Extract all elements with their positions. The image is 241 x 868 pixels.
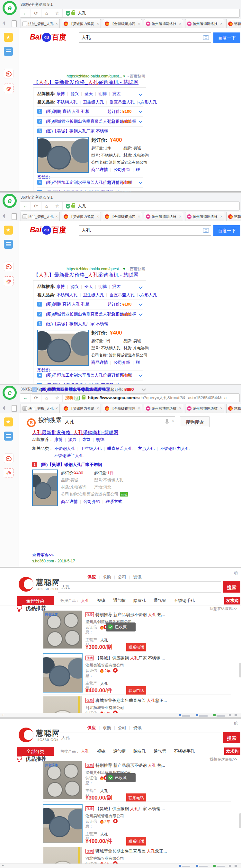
close-icon[interactable]: × bbox=[97, 214, 99, 219]
close-icon[interactable]: × bbox=[56, 22, 58, 26]
chevron-down-icon[interactable] bbox=[139, 383, 143, 384]
result-title-link[interactable]: 【人孔】最新批发价格_人孔采购商机 - 慧聪网 bbox=[33, 272, 139, 279]
scrollbar[interactable] bbox=[239, 813, 241, 828]
category-link[interactable]: 垂直吊盖人孔 bbox=[104, 100, 134, 104]
baidu-search-button[interactable]: 百度一下 bbox=[213, 32, 240, 43]
tab-collapse-icon[interactable]: ‹| bbox=[3, 21, 5, 25]
result-title-link[interactable]: 【人孔】最新批发价格_人孔采购商机 - 慧聪网 bbox=[33, 79, 139, 86]
browser-tab[interactable]: 法兰_管板_人孔 × bbox=[21, 404, 60, 413]
reading-list-icon[interactable] bbox=[4, 240, 13, 249]
status-chip[interactable] bbox=[229, 865, 231, 867]
brand-link[interactable]: 源兴 bbox=[65, 91, 79, 96]
favorites-star-icon[interactable]: ★ bbox=[4, 226, 13, 235]
result-title-link[interactable]: 人孔最新批发价格_人孔采购商机-慧聪网 bbox=[32, 430, 118, 436]
chevron-down-icon[interactable]: ▾ bbox=[123, 74, 125, 79]
browser-tab[interactable]: 法兰_管板_人孔 × bbox=[21, 19, 60, 28]
main-products-value[interactable]: 人孔 bbox=[100, 638, 108, 643]
chevron-down-icon[interactable] bbox=[139, 92, 143, 96]
browser-tab[interactable]: 法兰_管板_人孔 × bbox=[21, 212, 60, 221]
search-input[interactable] bbox=[79, 32, 211, 43]
result-row-link[interactable]: (图)压力容器法兰人孔Q345R锅炉 bbox=[41, 387, 103, 392]
address-bar[interactable]: ← ⟳ ⌂ ☆ 人孔 bbox=[20, 202, 240, 211]
address-bar[interactable]: ← ⟳ ⌂ ☆ 人孔 bbox=[20, 9, 240, 18]
sogou-search-button[interactable]: 搜狗搜索 bbox=[180, 416, 210, 427]
weibo-icon[interactable] bbox=[4, 69, 13, 79]
category-link[interactable]: 卫生级人孔 bbox=[75, 446, 101, 451]
detail-link[interactable]: 商品详情 bbox=[91, 360, 108, 365]
baidu-search-button[interactable]: 百度一下 bbox=[213, 225, 240, 236]
brand-link[interactable]: 明德 bbox=[93, 284, 107, 289]
company-link[interactable]: 沧州昊诚管道有限公司 bbox=[86, 813, 124, 819]
browser-tab[interactable]: 【昊诚恒力弹簧 × bbox=[62, 19, 101, 28]
search-input[interactable] bbox=[62, 416, 175, 427]
camera-search-icon[interactable] bbox=[203, 35, 209, 40]
browser-tab[interactable]: 沧州智博网络技 × bbox=[144, 404, 183, 413]
address-text[interactable]: https://www.sogou.com/web?query=人孔&ie=ut… bbox=[88, 395, 227, 401]
detail-link[interactable]: 商品详情 bbox=[91, 167, 108, 172]
user-nickname[interactable]: 萌 bbox=[234, 570, 238, 576]
detail-link[interactable]: 公司介绍 bbox=[108, 167, 130, 172]
clear-icon[interactable]: × bbox=[172, 418, 174, 423]
favorites-star-icon[interactable]: ★ bbox=[4, 33, 13, 42]
back-icon[interactable]: ← bbox=[20, 394, 31, 402]
result-row-link[interactable]: (图)【昊诚】碳钢人孔厂家 不锈钢 bbox=[46, 128, 108, 133]
see-more-link[interactable]: 查看更多>> bbox=[32, 552, 54, 558]
result-url[interactable]: https://zhidao.baidu.com/quest... ▾ - 百度… bbox=[45, 73, 145, 79]
user-nickname[interactable]: 航 bbox=[234, 721, 238, 726]
chevron-down-icon[interactable] bbox=[139, 190, 143, 191]
microphone-icon[interactable] bbox=[166, 419, 168, 423]
product-photo[interactable] bbox=[37, 330, 89, 366]
address-text[interactable]: 人孔 bbox=[78, 203, 86, 209]
close-icon[interactable]: × bbox=[56, 214, 58, 219]
mention-icon[interactable]: @ bbox=[4, 84, 13, 93]
chevron-down-icon[interactable]: ▾ bbox=[123, 267, 125, 271]
product-title-link[interactable]: 优质【昊诚】供应碳钢 人孔厂家 不锈钢 ... bbox=[86, 806, 191, 812]
mention-icon[interactable]: @ bbox=[4, 276, 13, 286]
brand-link[interactable]: 源兴 bbox=[65, 284, 79, 289]
result-row-link[interactable]: (图)润鹏 直销 人孔 孔板 bbox=[46, 302, 90, 307]
favorite-icon[interactable]: ☆ bbox=[52, 9, 63, 18]
result-url-text[interactable]: https://zhidao.baidu.com/quest... bbox=[66, 267, 122, 271]
mobile-icon[interactable] bbox=[11, 213, 17, 220]
home-icon[interactable]: ⌂ bbox=[41, 394, 52, 402]
home-icon[interactable]: ⌂ bbox=[41, 202, 52, 210]
refresh-icon[interactable]: ⟳ bbox=[31, 394, 41, 402]
browser-tab[interactable]: 沧州智博网络技 × bbox=[144, 19, 183, 28]
chevron-down-icon[interactable] bbox=[139, 373, 143, 377]
category-link[interactable]: 垂直吊盖人孔 bbox=[104, 292, 134, 297]
close-icon[interactable]: × bbox=[220, 406, 222, 411]
detail-link[interactable]: 公司介绍 bbox=[78, 499, 100, 504]
product-title-link[interactable]: 优质狮城管业长期出售垂直吊盖 人孔您正... bbox=[86, 848, 191, 854]
category-link[interactable]: 不锈钢人孔 bbox=[57, 100, 78, 104]
browser-tab[interactable]: 【全新碳钢排污 × bbox=[103, 212, 142, 221]
detail-link[interactable]: 公司介绍 bbox=[108, 360, 130, 365]
result-row-link[interactable]: (图)琨达 人孔品质优专业制造 高质量 bbox=[46, 190, 114, 191]
favorite-icon[interactable]: ☆ bbox=[52, 202, 63, 210]
category-link[interactable]: 卫生级人孔 bbox=[78, 100, 104, 104]
browser-tab[interactable]: 慧聪网-B2B × bbox=[226, 19, 241, 28]
close-icon[interactable]: × bbox=[138, 214, 140, 219]
status-chip[interactable] bbox=[235, 714, 237, 716]
snapshot-link[interactable]: - 百度快照 bbox=[127, 74, 145, 79]
result-row-link[interactable]: (图)【昊诚】碳钢人孔厂家 不锈钢 bbox=[46, 321, 108, 326]
chevron-down-icon[interactable] bbox=[142, 387, 146, 391]
mobile-icon[interactable] bbox=[11, 20, 17, 27]
home-icon[interactable]: ⌂ bbox=[41, 9, 52, 18]
close-icon[interactable]: × bbox=[220, 22, 222, 26]
reading-list-icon[interactable] bbox=[4, 432, 13, 441]
contact-phone-button[interactable]: 联系电话 bbox=[126, 686, 146, 695]
chevron-down-icon[interactable] bbox=[139, 285, 143, 289]
category-link[interactable]: 方形人孔 bbox=[134, 100, 157, 104]
browser-tab[interactable]: 沧州智博网络技 × bbox=[185, 212, 224, 221]
product-photo[interactable]: 共创流体 bbox=[43, 761, 82, 799]
brand-link[interactable]: 圣天 bbox=[79, 284, 93, 289]
close-icon[interactable]: × bbox=[138, 406, 140, 411]
browser-tab[interactable]: 沧州智博网络技 × bbox=[144, 212, 183, 221]
brand-link[interactable]: 圣天 bbox=[79, 91, 93, 96]
address-text[interactable]: 人孔 bbox=[78, 10, 86, 16]
close-icon[interactable]: × bbox=[179, 214, 181, 219]
product-photo[interactable] bbox=[43, 653, 83, 692]
brand-link[interactable]: 明德 bbox=[90, 437, 104, 442]
browser-tab[interactable]: 慧聪网-B2B × bbox=[226, 212, 241, 221]
main-products-value[interactable]: 人孔 bbox=[100, 788, 108, 794]
